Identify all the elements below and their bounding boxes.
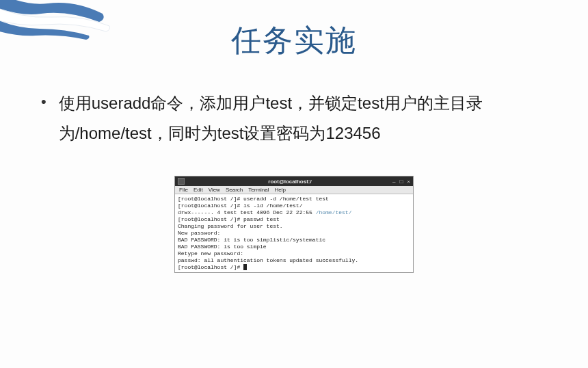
term-line: Retype new password: bbox=[178, 250, 243, 257]
terminal-title: root@localhost:/ bbox=[187, 179, 392, 185]
menu-file: File bbox=[179, 187, 188, 193]
term-line: [root@localhost /]# passwd test bbox=[178, 216, 280, 222]
bullet-text: 使用useradd命令，添加用户test，并锁定test用户的主目录为/home… bbox=[59, 88, 547, 148]
menu-help: Help bbox=[274, 187, 285, 193]
term-line: BAD PASSWORD: is too simple bbox=[178, 244, 267, 250]
close-icon: × bbox=[407, 179, 410, 185]
terminal-titlebar: root@localhost:/ – □ × bbox=[175, 176, 413, 186]
term-line: [root@localhost /]# useradd -d /home/tes… bbox=[178, 196, 329, 202]
terminal-cursor bbox=[243, 264, 247, 270]
term-line: [root@localhost /]# bbox=[178, 264, 243, 270]
term-line: New password: bbox=[178, 230, 220, 236]
maximize-icon: □ bbox=[399, 179, 403, 185]
term-line: BAD PASSWORD: it is too simplistic/syste… bbox=[178, 237, 325, 243]
term-line: [root@localhost /]# ls -ld /home/test/ bbox=[178, 202, 302, 209]
term-line: passwd: all authentication tokens update… bbox=[178, 257, 358, 263]
terminal-menubar: File Edit View Search Terminal Help bbox=[175, 186, 413, 194]
terminal-app-icon bbox=[178, 178, 185, 185]
bullet-dot: • bbox=[41, 88, 46, 116]
menu-search: Search bbox=[226, 187, 243, 193]
term-line: drwx------. 4 test test 4096 Dec 22 22:5… bbox=[178, 209, 316, 215]
term-path: /home/test/ bbox=[316, 209, 352, 215]
bullet-item: • 使用useradd命令，添加用户test，并锁定test用户的主目录为/ho… bbox=[41, 88, 547, 148]
window-controls: – □ × bbox=[392, 179, 410, 185]
terminal-window: root@localhost:/ – □ × File Edit View Se… bbox=[174, 176, 414, 273]
minimize-icon: – bbox=[392, 179, 395, 185]
terminal-body: [root@localhost /]# useradd -d /home/tes… bbox=[175, 194, 413, 272]
menu-view: View bbox=[209, 187, 220, 193]
corner-decoration bbox=[0, 0, 137, 48]
slide-content: • 使用useradd命令，添加用户test，并锁定test用户的主目录为/ho… bbox=[41, 88, 547, 273]
term-line: Changing password for user test. bbox=[178, 223, 283, 229]
menu-edit: Edit bbox=[193, 187, 203, 193]
menu-terminal: Terminal bbox=[248, 187, 269, 193]
